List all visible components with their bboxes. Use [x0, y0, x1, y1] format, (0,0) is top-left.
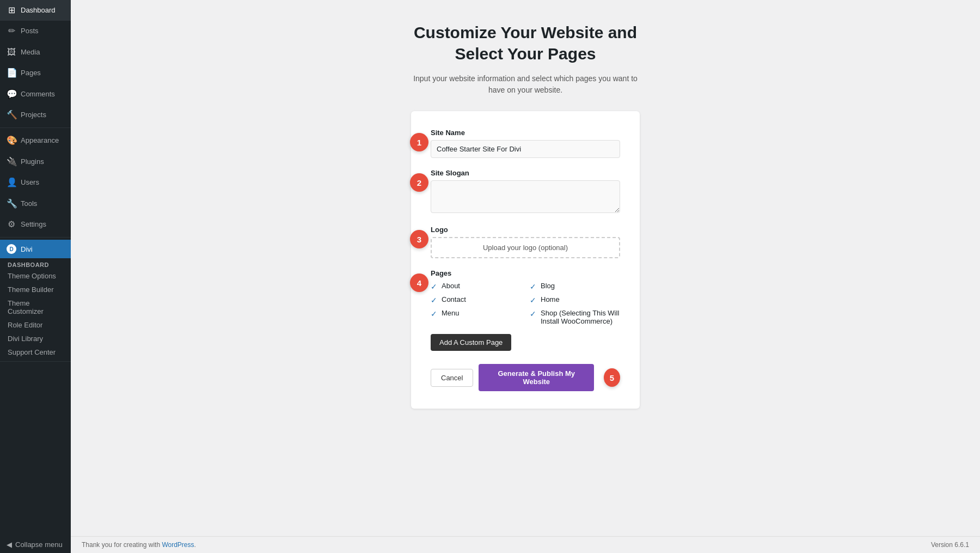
- dashboard-icon: ⊞: [7, 4, 16, 16]
- site-name-section: 1 Site Name: [431, 129, 620, 158]
- divi-submenu-divi-library[interactable]: Divi Library: [0, 332, 71, 345]
- sidebar-divider-1: [0, 127, 71, 128]
- sidebar-divider-2: [0, 237, 71, 238]
- divi-label: Divi: [21, 245, 33, 253]
- sidebar: ⊞ Dashboard ✏ Posts 🖼 Media 📄 Pages 💬 Co…: [0, 0, 71, 553]
- divi-submenu-support-center[interactable]: Support Center: [0, 345, 71, 359]
- checkmark-blog-icon: ✓: [530, 282, 536, 291]
- posts-icon: ✏: [7, 25, 16, 37]
- page-item-shop[interactable]: ✓ Shop (Selecting This Will Install WooC…: [530, 309, 620, 325]
- sidebar-item-label: Plugins: [21, 157, 44, 167]
- comments-icon: 💬: [7, 88, 16, 100]
- page-item-home[interactable]: ✓ Home: [530, 295, 620, 305]
- page-item-contact[interactable]: ✓ Contact: [431, 295, 521, 305]
- logo-section: 3 Logo Upload your logo (optional): [431, 226, 620, 258]
- sidebar-item-label: Users: [21, 178, 39, 187]
- page-item-about[interactable]: ✓ About: [431, 282, 521, 291]
- collapse-label: Collapse menu: [15, 540, 63, 549]
- footer-thanks: Thank you for creating with WordPress.: [82, 541, 196, 549]
- projects-icon: 🔨: [7, 109, 16, 121]
- sidebar-item-label: Tools: [21, 199, 37, 209]
- add-custom-page-button[interactable]: Add A Custom Page: [431, 334, 511, 351]
- users-icon: 👤: [7, 177, 16, 189]
- checkmark-shop-icon: ✓: [530, 309, 536, 318]
- tools-icon: 🔧: [7, 198, 16, 210]
- sidebar-item-label: Media: [21, 47, 40, 57]
- version-text: Version 6.6.1: [931, 541, 969, 549]
- site-slogan-section: 2 Site Slogan: [431, 169, 620, 215]
- page-home-label: Home: [541, 295, 560, 303]
- page-title: Customize Your Website and Select Your P…: [414, 22, 637, 64]
- sidebar-item-projects[interactable]: 🔨 Projects: [0, 105, 71, 125]
- card-footer: Cancel Generate & Publish My Website 5: [431, 364, 620, 391]
- divi-submenu-theme-builder[interactable]: Theme Builder: [0, 283, 71, 296]
- step-1-badge: 1: [410, 133, 428, 151]
- cancel-button[interactable]: Cancel: [431, 369, 473, 387]
- sidebar-item-pages[interactable]: 📄 Pages: [0, 63, 71, 83]
- step-3-badge: 3: [410, 230, 428, 248]
- sidebar-item-label: Comments: [21, 89, 55, 99]
- customize-card: 1 Site Name 2 Site Slogan 3 Logo Upload …: [411, 111, 640, 409]
- upload-logo-button[interactable]: Upload your logo (optional): [431, 237, 620, 258]
- appearance-icon: 🎨: [7, 135, 16, 147]
- plugins-icon: 🔌: [7, 156, 16, 168]
- site-name-label: Site Name: [431, 129, 620, 137]
- sidebar-item-label: Dashboard: [21, 5, 56, 15]
- divi-submenu-role-editor[interactable]: Role Editor: [0, 318, 71, 332]
- checkmark-menu-icon: ✓: [431, 309, 437, 318]
- collapse-menu-button[interactable]: ◀ Collapse menu: [0, 536, 71, 553]
- sidebar-item-label: Pages: [21, 68, 41, 78]
- page-shop-label: Shop (Selecting This Will Install WooCom…: [541, 309, 620, 325]
- step-4-badge: 4: [410, 274, 428, 292]
- collapse-icon: ◀: [7, 540, 12, 549]
- sidebar-item-posts[interactable]: ✏ Posts: [0, 21, 71, 41]
- page-subtitle: Input your website information and selec…: [411, 73, 640, 96]
- pages-label: Pages: [431, 269, 620, 277]
- wordpress-link[interactable]: WordPress: [162, 541, 194, 549]
- sidebar-item-settings[interactable]: ⚙ Settings: [0, 214, 71, 235]
- step-5-badge: 5: [604, 368, 620, 387]
- sidebar-item-users[interactable]: 👤 Users: [0, 172, 71, 193]
- sidebar-item-appearance[interactable]: 🎨 Appearance: [0, 130, 71, 151]
- page-menu-label: Menu: [442, 309, 460, 317]
- sidebar-item-label: Settings: [21, 220, 46, 229]
- sidebar-item-label: Posts: [21, 26, 39, 36]
- sidebar-divider-3: [0, 361, 71, 362]
- sidebar-item-label: Projects: [21, 110, 46, 120]
- logo-label: Logo: [431, 226, 620, 234]
- sidebar-item-plugins[interactable]: 🔌 Plugins: [0, 151, 71, 172]
- footer-bar: Thank you for creating with WordPress. V…: [71, 536, 980, 553]
- page-blog-label: Blog: [541, 282, 555, 290]
- checkmark-contact-icon: ✓: [431, 296, 437, 305]
- sidebar-item-comments[interactable]: 💬 Comments: [0, 84, 71, 105]
- page-item-blog[interactable]: ✓ Blog: [530, 282, 620, 291]
- divi-icon: D: [7, 244, 16, 254]
- pages-icon: 📄: [7, 67, 16, 79]
- divi-submenu: Dashboard Theme Options Theme Builder Th…: [0, 258, 71, 359]
- checkmark-about-icon: ✓: [431, 282, 437, 291]
- sidebar-item-label: Appearance: [21, 136, 59, 145]
- main-content: Customize Your Website and Select Your P…: [71, 0, 980, 553]
- step-2-badge: 2: [410, 173, 428, 192]
- site-slogan-input[interactable]: [431, 180, 620, 213]
- sidebar-item-tools[interactable]: 🔧 Tools: [0, 193, 71, 214]
- page-about-label: About: [442, 282, 460, 290]
- generate-publish-button[interactable]: Generate & Publish My Website: [479, 364, 594, 391]
- sidebar-item-dashboard[interactable]: ⊞ Dashboard: [0, 0, 71, 21]
- divi-submenu-section-label: Dashboard: [0, 258, 71, 269]
- divi-submenu-theme-options[interactable]: Theme Options: [0, 269, 71, 283]
- pages-section: 4 Pages ✓ About ✓ Blog ✓ Contact: [431, 269, 620, 351]
- media-icon: 🖼: [7, 46, 16, 58]
- site-slogan-label: Site Slogan: [431, 169, 620, 177]
- pages-grid: ✓ About ✓ Blog ✓ Contact ✓ Home: [431, 282, 620, 325]
- divi-submenu-theme-customizer[interactable]: Theme Customizer: [0, 296, 71, 318]
- sidebar-item-divi[interactable]: D Divi: [0, 240, 71, 258]
- sidebar-item-media[interactable]: 🖼 Media: [0, 42, 71, 63]
- site-name-input[interactable]: [431, 140, 620, 158]
- page-item-menu[interactable]: ✓ Menu: [431, 309, 521, 325]
- checkmark-home-icon: ✓: [530, 296, 536, 305]
- page-contact-label: Contact: [442, 295, 466, 303]
- settings-icon: ⚙: [7, 218, 16, 230]
